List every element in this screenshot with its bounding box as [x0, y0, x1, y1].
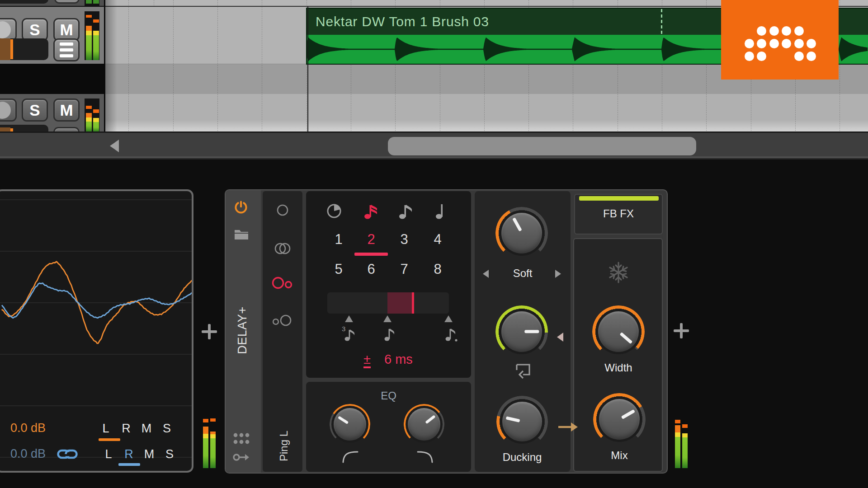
scrollbar-thumb[interactable]	[388, 137, 696, 155]
offset-sign-button[interactable]: ±	[363, 352, 371, 368]
mode-ping-pong-rl-icon[interactable]	[271, 314, 294, 328]
device-name[interactable]: DELAY+	[236, 306, 250, 354]
highpass-curve-icon	[341, 450, 359, 463]
device-in-meter-R	[210, 432, 216, 468]
ducking-knob[interactable]	[496, 396, 548, 447]
width-knob-label: Width	[582, 361, 655, 374]
device-folder-icon[interactable]	[234, 227, 249, 241]
scroll-left-icon[interactable]	[110, 140, 119, 152]
division-button-2[interactable]: 2	[361, 230, 382, 249]
horizontal-scrollbar-zone	[0, 131, 868, 164]
add-device-after-button[interactable]	[674, 323, 689, 338]
track2-menu-button[interactable]	[53, 127, 80, 131]
timeline-gridline	[173, 0, 174, 131]
width-knob[interactable]	[592, 305, 645, 358]
logo-dot	[794, 26, 804, 36]
scope-db-left[interactable]: 0.0 dB	[10, 421, 46, 435]
scope-channel-right-m[interactable]: M	[144, 447, 155, 461]
track1-arm-button[interactable]	[0, 18, 17, 41]
logo-dot	[745, 52, 754, 61]
mod-source-indicator-icon[interactable]	[557, 333, 563, 342]
track2-arm-button[interactable]	[0, 99, 17, 122]
track2-volume-handle[interactable]	[10, 128, 13, 131]
track1-volume-fill	[0, 38, 10, 60]
scope-channel-left-m[interactable]: M	[141, 422, 152, 436]
logo-dot	[794, 52, 804, 61]
device-out-meter-R-peak	[682, 424, 688, 428]
time-slider-range	[387, 292, 414, 314]
device-out-meter-R	[682, 433, 688, 468]
division-button-6[interactable]: 6	[361, 260, 382, 278]
division-button-8[interactable]: 8	[427, 260, 448, 278]
fbfx-header-box[interactable]: FB FX	[574, 194, 663, 235]
track-above-header-sliver	[0, 0, 104, 6]
add-device-before-button[interactable]	[202, 324, 217, 339]
scope-channel-row-right: LRMS	[103, 447, 175, 461]
playhead[interactable]	[307, 7, 308, 131]
feedback-knob[interactable]	[495, 305, 548, 358]
time-mode-8th-icon[interactable]	[399, 202, 412, 220]
track1-meter-L-peak	[86, 15, 92, 18]
triplet-note-icon[interactable]: 3	[341, 325, 357, 342]
device-out-meter-L	[675, 425, 680, 468]
feedback-return-icon[interactable]	[513, 362, 533, 380]
device-remote-grid-icon[interactable]	[232, 432, 250, 445]
mode-mono-icon[interactable]	[276, 203, 289, 217]
freeze-snowflake-icon[interactable]	[607, 261, 630, 284]
sidechain-arrow-icon	[557, 421, 579, 433]
scope-channel-right-l[interactable]: L	[103, 447, 114, 461]
timeline-gridline	[128, 0, 129, 131]
track1-volume-handle[interactable]	[10, 39, 13, 59]
device-power-icon[interactable]	[234, 200, 248, 215]
scope-waveform-left	[2, 262, 193, 343]
stereo-link-icon[interactable]	[57, 447, 78, 461]
scope-channel-row-left: LRMS	[100, 422, 172, 436]
track1-menu-button[interactable]	[53, 38, 80, 61]
delay-mode-label[interactable]: Ping L	[278, 431, 290, 461]
scope-channel-left-s[interactable]: S	[161, 422, 172, 436]
scope-channel-left-l[interactable]: L	[100, 422, 111, 436]
mix-knob[interactable]	[593, 393, 646, 446]
track1-solo-button[interactable]: S	[22, 18, 48, 41]
scope-channel-right-s[interactable]: S	[164, 447, 175, 461]
time-slider-value[interactable]	[412, 292, 414, 314]
device-header-strip: DELAY+	[226, 190, 261, 473]
division-button-3[interactable]: 3	[394, 230, 415, 249]
track2-volume-fill	[0, 127, 10, 131]
time-mode-quarter-icon[interactable]	[435, 202, 444, 220]
eq-lp-knob[interactable]	[404, 404, 444, 445]
scope-channel-right-r[interactable]: R	[123, 447, 134, 461]
division-button-4[interactable]: 4	[427, 230, 448, 249]
soft-knob[interactable]	[495, 207, 548, 259]
offset-value[interactable]: 6 ms	[384, 352, 413, 366]
mode-ping-pong-lr-icon[interactable]	[271, 277, 294, 291]
eq-hp-knob[interactable]	[330, 404, 370, 445]
division-button-1[interactable]: 1	[328, 230, 349, 249]
straight-note-icon[interactable]	[384, 325, 396, 342]
track1-mute-button[interactable]: M	[53, 18, 80, 41]
track2-lane[interactable]	[105, 94, 868, 131]
svg-text:3: 3	[342, 325, 345, 333]
track2-mute-button[interactable]: M	[53, 99, 80, 122]
track1-meter-L	[86, 26, 92, 60]
delay-mode-column: Ping L	[263, 191, 302, 472]
division-button-7[interactable]: 7	[394, 260, 415, 278]
track1-meter-R	[93, 31, 99, 60]
shaper-type-label[interactable]: Soft	[475, 267, 571, 280]
scope-db-right[interactable]: 0.0 dB	[10, 447, 46, 461]
mode-stereo-icon[interactable]	[273, 242, 292, 255]
device-key-mapping-icon[interactable]	[232, 451, 250, 463]
dotted-note-icon[interactable]	[445, 325, 458, 342]
timeline-gridline	[217, 0, 218, 131]
scope-active-underline-left	[99, 438, 120, 441]
delay-time-slider[interactable]	[327, 292, 449, 314]
track2-solo-button[interactable]: S	[22, 99, 48, 122]
division-button-5[interactable]: 5	[328, 260, 349, 278]
delay-plus-device: DELAY+	[225, 189, 668, 474]
time-mode-free-icon[interactable]	[326, 203, 342, 219]
track1-volume-slider[interactable]	[0, 38, 48, 60]
meter-bottom	[85, 0, 99, 6]
time-mode-16th-icon[interactable]	[364, 202, 377, 220]
track2-volume-slider[interactable]	[0, 125, 48, 131]
scope-channel-left-r[interactable]: R	[121, 422, 132, 436]
